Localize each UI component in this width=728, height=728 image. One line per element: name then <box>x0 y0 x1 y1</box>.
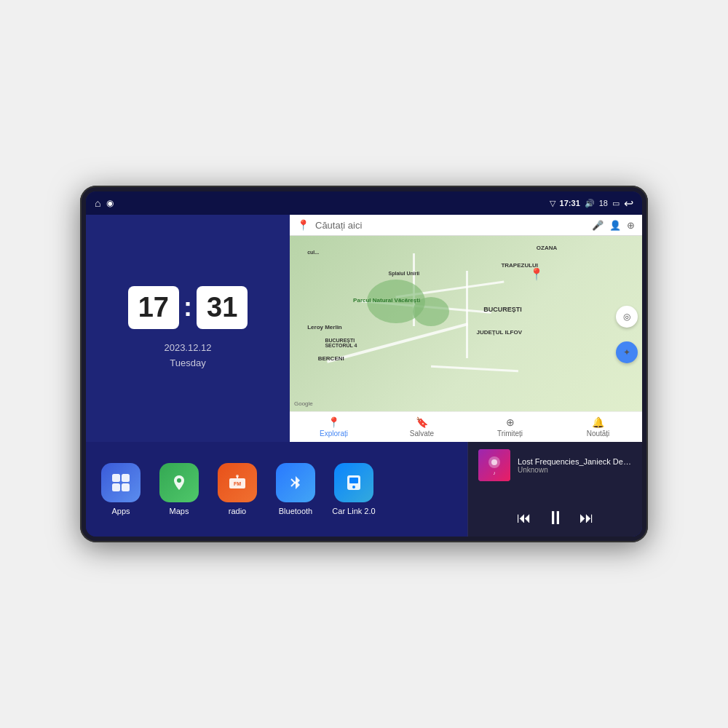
clock-panel: 17 : 31 2023.12.12 Tuesday <box>86 215 290 442</box>
prev-button[interactable]: ⏮ <box>517 510 531 526</box>
app-item-bluetooth[interactable]: Bluetooth <box>272 463 319 515</box>
layers-icon[interactable]: ⊕ <box>627 220 635 231</box>
map-zoom-btn[interactable]: ◎ <box>616 306 638 328</box>
status-right: ▽ 17:31 🔊 18 ▭ ↩ <box>550 197 633 210</box>
map-road <box>431 365 518 372</box>
map-road <box>466 271 468 358</box>
top-section: 17 : 31 2023.12.12 Tuesday 📍 Căutați aic… <box>86 215 642 442</box>
map-bottom-bar: 📍 Explorați 🔖 Salvate ⊕ Trimiteți 🔔 <box>290 411 642 442</box>
volume-icon: 🔊 <box>585 199 595 208</box>
map-search-actions: 🎤 👤 ⊕ <box>592 220 635 231</box>
svg-text:♪: ♪ <box>493 470 496 475</box>
map-tab-news[interactable]: 🔔 Noutăți <box>554 412 642 442</box>
clock-date: 2023.12.12 Tuesday <box>164 341 211 371</box>
google-logo: Google <box>294 400 313 407</box>
radio-label: radio <box>229 507 246 515</box>
back-icon[interactable]: ↩ <box>624 197 633 210</box>
map-label-leroy: Leroy Merlin <box>307 324 342 331</box>
app-item-carlink[interactable]: Car Link 2.0 <box>331 463 377 515</box>
account-icon[interactable]: 👤 <box>609 220 621 231</box>
map-panel: 📍 Căutați aici 🎤 👤 ⊕ <box>290 215 642 442</box>
map-label-berceni: BERCENI <box>318 355 344 362</box>
signal-icon: ▽ <box>550 199 555 208</box>
map-location-pin: 📍 <box>529 267 544 281</box>
carlink-icon <box>334 463 373 502</box>
apps-icon <box>101 463 141 502</box>
clock-display: 17 : 31 <box>128 286 248 329</box>
saved-label: Salvate <box>410 430 434 438</box>
play-pause-button[interactable]: ⏸ <box>546 507 565 529</box>
map-label-sector4: BUCUREȘTISECTORUL 4 <box>325 338 357 348</box>
send-label: Trimiteți <box>497 430 523 438</box>
music-artist: Unknown <box>518 466 632 474</box>
explore-label: Explorați <box>320 430 348 438</box>
map-tab-saved[interactable]: 🔖 Salvate <box>378 412 466 442</box>
bluetooth-icon <box>276 463 315 502</box>
music-controls: ⏮ ⏸ ⏭ <box>478 507 632 529</box>
svg-point-11 <box>352 486 355 488</box>
news-icon: 🔔 <box>592 416 604 428</box>
maps-nav-icon[interactable]: ◉ <box>106 198 114 208</box>
carlink-label: Car Link 2.0 <box>332 507 375 515</box>
music-text: Lost Frequencies_Janieck Devy-... Unknow… <box>518 457 632 474</box>
svg-rect-0 <box>112 474 120 482</box>
svg-rect-2 <box>112 483 120 491</box>
map-label-cu: cul... <box>307 250 319 255</box>
clock-hours: 17 <box>128 286 179 329</box>
mic-icon[interactable]: 🎤 <box>592 220 604 231</box>
svg-text:FM: FM <box>234 481 241 486</box>
explore-icon: 📍 <box>328 416 340 428</box>
home-icon[interactable]: ⌂ <box>95 197 100 209</box>
svg-rect-1 <box>122 474 130 482</box>
news-label: Noutăți <box>587 430 610 438</box>
app-item-radio[interactable]: FM radio <box>214 463 261 515</box>
app-item-apps[interactable]: Apps <box>98 463 144 515</box>
apps-label: Apps <box>111 507 130 515</box>
bottom-section: Apps Maps <box>86 442 642 537</box>
map-search-input[interactable]: Căutați aici <box>315 220 586 231</box>
clock-minutes: 31 <box>197 286 248 329</box>
map-label-splai: Splaiul Unirii <box>389 271 420 276</box>
maps-label: Maps <box>170 507 189 515</box>
svg-rect-3 <box>122 483 130 491</box>
map-compass-btn[interactable]: ✦ <box>616 341 638 363</box>
map-label-ozana: OZANA <box>537 245 557 251</box>
app-item-maps[interactable]: Maps <box>156 463 202 515</box>
map-label-parcul: Parcul Natural Văcărești <box>353 297 420 304</box>
music-title: Lost Frequencies_Janieck Devy-... <box>518 457 632 466</box>
svg-point-14 <box>491 459 497 465</box>
saved-icon: 🔖 <box>416 416 428 428</box>
main-content: 17 : 31 2023.12.12 Tuesday 📍 Căutați aic… <box>86 215 642 537</box>
svg-rect-10 <box>349 478 358 483</box>
battery-level: 18 <box>599 199 608 207</box>
status-bar: ⌂ ◉ ▽ 17:31 🔊 18 ▭ ↩ <box>86 191 642 215</box>
svg-point-4 <box>177 478 181 483</box>
maps-icon <box>159 463 199 502</box>
music-info: ♪ Lost Frequencies_Janieck Devy-... Unkn… <box>478 449 632 481</box>
radio-icon: FM <box>218 463 257 502</box>
map-tab-explore[interactable]: 📍 Explorați <box>290 412 378 442</box>
clock-colon: : <box>183 292 192 323</box>
map-pin-icon: 📍 <box>297 219 309 231</box>
device-frame: ⌂ ◉ ▽ 17:31 🔊 18 ▭ ↩ 17 : <box>80 186 648 542</box>
status-time: 17:31 <box>560 199 580 207</box>
status-left: ⌂ ◉ <box>95 197 114 209</box>
device-screen: ⌂ ◉ ▽ 17:31 🔊 18 ▭ ↩ 17 : <box>86 191 642 537</box>
map-content[interactable]: Parcul Natural Văcărești Leroy Merlin BU… <box>290 236 642 411</box>
music-player: ♪ Lost Frequencies_Janieck Devy-... Unkn… <box>467 442 642 537</box>
map-label-ilfov: JUDEȚUL ILFOV <box>477 329 523 336</box>
map-search-bar: 📍 Căutați aici 🎤 👤 ⊕ <box>290 215 642 236</box>
battery-icon: ▭ <box>612 199 620 208</box>
music-thumbnail: ♪ <box>478 449 510 481</box>
bluetooth-label: Bluetooth <box>279 507 312 515</box>
send-icon: ⊕ <box>506 416 515 428</box>
map-label-buc: BUCUREȘTI <box>483 306 522 313</box>
next-button[interactable]: ⏭ <box>579 510 594 526</box>
apps-section: Apps Maps <box>86 442 467 537</box>
map-tab-send[interactable]: ⊕ Trimiteți <box>466 412 554 442</box>
